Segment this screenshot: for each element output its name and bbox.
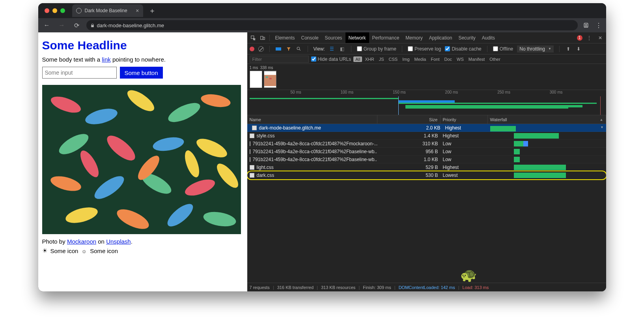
back-button[interactable]: ←: [41, 22, 52, 29]
search-icon[interactable]: [296, 46, 302, 52]
preserve-log-checkbox[interactable]: Preserve log: [408, 46, 441, 52]
body-link[interactable]: link: [102, 56, 111, 63]
request-priority: Low: [441, 157, 488, 162]
devtools-tab-performance[interactable]: Performance: [369, 32, 403, 43]
minimize-window-icon[interactable]: [52, 8, 57, 13]
network-toolbar: View: ☰ ◧ Group by frame Preserve log Di…: [247, 43, 606, 54]
offline-checkbox[interactable]: Offline: [493, 46, 513, 52]
devtools-tab-sources[interactable]: Sources: [322, 32, 345, 43]
status-resources: 313 KB resources: [321, 285, 355, 290]
kebab-menu-icon[interactable]: ⋮: [594, 21, 603, 30]
close-devtools-icon[interactable]: ✕: [596, 34, 605, 42]
demo-button[interactable]: Some button: [120, 67, 163, 79]
table-header: Name Size Priority Waterfall▲: [247, 115, 606, 124]
zoom-window-icon[interactable]: [60, 8, 65, 13]
type-filter-doc[interactable]: Doc: [442, 56, 454, 62]
site-link[interactable]: Unsplash: [106, 238, 131, 245]
demo-input[interactable]: [42, 67, 117, 79]
filmstrip-frame[interactable]: [264, 71, 276, 88]
devtools-tab-security[interactable]: Security: [455, 32, 478, 43]
request-waterfall: [488, 171, 606, 179]
type-filter-img[interactable]: Img: [400, 56, 411, 62]
device-toggle-icon[interactable]: [258, 34, 267, 42]
address-bar[interactable]: dark-mode-baseline.glitch.me: [86, 20, 578, 30]
devtools-tab-elements[interactable]: Elements: [272, 32, 298, 43]
col-name[interactable]: Name: [247, 115, 377, 124]
filter-input[interactable]: [250, 56, 309, 63]
kebab-icon[interactable]: ⋮: [585, 34, 594, 42]
request-size: 530 B: [377, 173, 441, 178]
icon-row: ☀ Some icon ☼ Some icon: [42, 247, 243, 254]
filmstrip-frame[interactable]: [250, 71, 262, 88]
icon-label-2: Some icon: [90, 248, 118, 254]
type-filter-css[interactable]: CSS: [387, 56, 400, 62]
request-row[interactable]: style.css1.4 KBHighest: [247, 132, 606, 140]
view-grid-icon[interactable]: ◧: [339, 46, 345, 52]
reload-button[interactable]: ⟳: [71, 22, 82, 29]
close-tab-icon[interactable]: ×: [136, 8, 139, 14]
type-filter-ws[interactable]: WS: [455, 56, 466, 62]
record-icon[interactable]: [250, 47, 254, 51]
account-icon[interactable]: [582, 21, 590, 30]
view-list-icon[interactable]: ☰: [329, 46, 335, 52]
svg-rect-35: [269, 78, 272, 79]
forward-button[interactable]: →: [56, 22, 67, 29]
request-size: 1.0 KB: [377, 157, 441, 162]
request-waterfall: [488, 132, 606, 139]
export-icon[interactable]: ⬆: [565, 46, 571, 52]
filmstrip: 1 ms 338 ms: [247, 64, 606, 90]
close-window-icon[interactable]: [45, 8, 49, 13]
col-priority[interactable]: Priority: [441, 115, 488, 124]
devtools-tab-network[interactable]: Network: [345, 32, 369, 43]
devtools-tab-console[interactable]: Console: [298, 32, 322, 43]
request-row[interactable]: dark-mode-baseline.glitch.me2.0 KBHighes…: [247, 124, 606, 132]
browser-tab[interactable]: Dark Mode Baseline ×: [72, 4, 143, 17]
devtools-tabbar: ElementsConsoleSourcesNetworkPerformance…: [247, 32, 606, 43]
icon-label-1: Some icon: [50, 248, 78, 254]
file-icon: [250, 173, 254, 178]
file-icon: [250, 157, 250, 162]
browser-window: Dark Mode Baseline × ＋ ← → ⟳ dark-mode-b…: [38, 3, 606, 291]
clear-icon[interactable]: [258, 46, 264, 52]
tab-strip: Dark Mode Baseline × ＋: [38, 3, 606, 18]
type-filter-xhr[interactable]: XHR: [363, 56, 376, 62]
type-filter-media[interactable]: Media: [413, 56, 428, 62]
element-picker-icon[interactable]: [249, 34, 258, 42]
svg-rect-30: [279, 47, 280, 47]
globe-icon: [76, 8, 82, 13]
sun-icon: ☼: [81, 248, 87, 254]
group-by-frame-checkbox[interactable]: Group by frame: [357, 46, 396, 52]
type-filter-other[interactable]: Other: [487, 56, 502, 62]
request-waterfall: [488, 163, 606, 171]
error-badge[interactable]: 1: [577, 35, 582, 41]
import-icon[interactable]: ⬇: [575, 46, 582, 52]
network-status-bar: 7 requests| 316 KB transferred| 313 KB r…: [247, 283, 606, 291]
type-filter-font[interactable]: Font: [429, 56, 441, 62]
hide-data-urls-checkbox[interactable]: Hide data URLs: [311, 56, 351, 62]
request-row[interactable]: 791b2241-459b-4a2e-8cca-c0fdc21f0487%2Fb…: [247, 156, 606, 163]
request-waterfall: [488, 156, 606, 163]
file-icon: [250, 149, 250, 154]
throttle-select[interactable]: No throttling: [517, 45, 554, 53]
file-icon: [250, 165, 254, 170]
type-filter-manifest[interactable]: Manifest: [467, 56, 487, 62]
request-row[interactable]: 791b2241-459b-4a2e-8cca-c0fdc21f0487%2Fm…: [247, 140, 606, 148]
new-tab-button[interactable]: ＋: [146, 6, 158, 15]
timeline-overview[interactable]: 50 ms100 ms150 ms200 ms250 ms300 ms: [247, 90, 606, 115]
filmstrip-icon[interactable]: [275, 46, 282, 52]
author-link[interactable]: Mockaroon: [67, 238, 96, 245]
svg-point-1: [585, 24, 586, 25]
devtools-tab-application[interactable]: Application: [426, 32, 455, 43]
devtools-tab-audits[interactable]: Audits: [479, 32, 498, 43]
request-waterfall: [490, 125, 597, 131]
type-filter-all[interactable]: All: [353, 56, 362, 62]
request-row[interactable]: dark.css530 BLowest: [247, 171, 606, 179]
devtools-tab-memory[interactable]: Memory: [402, 32, 426, 43]
request-row[interactable]: 791b2241-459b-4a2e-8cca-c0fdc21f0487%2Fb…: [247, 148, 606, 156]
disable-cache-checkbox[interactable]: Disable cache: [445, 46, 481, 52]
col-size[interactable]: Size: [377, 115, 441, 124]
type-filter-js[interactable]: JS: [377, 56, 386, 62]
request-row[interactable]: light.css529 BHighest: [247, 163, 606, 171]
filter-icon[interactable]: [286, 46, 292, 52]
col-waterfall[interactable]: Waterfall▲: [488, 115, 606, 124]
